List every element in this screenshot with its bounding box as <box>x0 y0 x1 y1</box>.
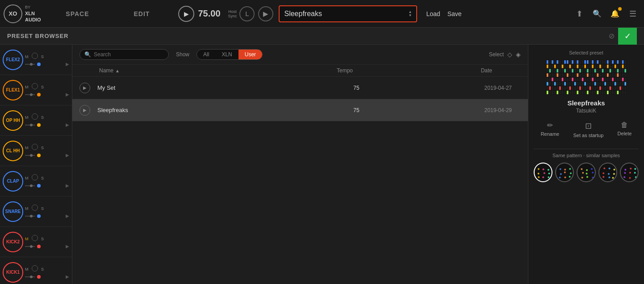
filter-all-tab[interactable]: All <box>197 50 215 59</box>
mute-solo-row: M S <box>25 144 69 152</box>
solo-btn[interactable]: S <box>41 206 46 211</box>
search-box[interactable]: 🔍 <box>79 49 169 60</box>
mute-btn[interactable]: M <box>25 237 30 241</box>
channel-pad[interactable]: OP HH <box>3 110 23 131</box>
svg-point-51 <box>612 177 614 179</box>
delete-button[interactable]: 🗑 Delete <box>618 121 632 138</box>
load-button[interactable]: Load <box>423 8 443 19</box>
export-icon[interactable]: ⬆ <box>572 6 587 21</box>
solo-btn[interactable]: S <box>41 146 46 150</box>
channel-item[interactable]: CL HH M S ▶ <box>0 136 72 166</box>
set-startup-button[interactable]: ⊡ Set as startup <box>573 121 603 138</box>
channel-pad[interactable]: SNARE <box>3 201 23 222</box>
mute-btn[interactable]: M <box>25 206 30 211</box>
confirm-button[interactable]: ✓ <box>618 28 637 45</box>
filter-xln-tab[interactable]: XLN <box>215 50 238 59</box>
space-nav-btn[interactable]: SPACE <box>46 0 109 28</box>
select-diamond-icon[interactable]: ◇ <box>507 51 512 58</box>
solo-btn[interactable]: S <box>41 237 46 241</box>
expand-btn[interactable]: ▶ <box>66 122 69 127</box>
channel-item[interactable]: KICK1 M S ▶ <box>0 257 72 284</box>
channel-pad[interactable]: FLEX2 <box>3 50 23 70</box>
edit-nav-btn[interactable]: EDIT <box>110 0 173 28</box>
solo-btn[interactable]: S <box>41 267 46 271</box>
similar-item[interactable] <box>598 163 617 182</box>
expand-btn[interactable]: ▶ <box>66 62 69 67</box>
svg-point-25 <box>560 168 561 170</box>
svg-point-34 <box>581 168 582 170</box>
channel-pad[interactable]: CLAP <box>3 171 23 192</box>
mute-btn[interactable]: M <box>25 267 30 271</box>
ban-icon[interactable]: ⊘ <box>609 32 615 40</box>
channel-color-dot <box>37 245 41 248</box>
similar-item[interactable] <box>577 163 595 182</box>
svg-point-57 <box>629 177 631 179</box>
similar-item[interactable] <box>555 163 574 182</box>
preset-name-box[interactable]: Sleepfreaks ▲ ▼ <box>279 5 417 22</box>
solo-btn[interactable]: S <box>41 85 46 89</box>
host-sync-btn[interactable]: Host Sync <box>228 9 237 18</box>
svg-point-5 <box>30 124 33 126</box>
channel-item[interactable]: KICK2 M S ▶ <box>0 227 72 257</box>
channel-item[interactable]: FLEX1 M S ▶ <box>0 75 72 105</box>
solo-btn[interactable]: S <box>41 176 46 180</box>
channel-pad[interactable]: KICK2 <box>3 232 23 252</box>
knob-row: ▶ <box>25 92 69 97</box>
svg-point-29 <box>564 171 566 173</box>
mute-btn[interactable]: M <box>25 176 30 180</box>
channel-pad[interactable]: KICK1 <box>3 262 23 283</box>
mute-solo-row: M S <box>25 265 69 273</box>
mute-btn[interactable]: M <box>25 146 30 150</box>
expand-btn[interactable]: ▶ <box>66 92 69 97</box>
mute-btn[interactable]: M <box>25 85 30 89</box>
select-fill-icon[interactable]: ◈ <box>516 51 521 58</box>
notification-dot <box>618 7 622 11</box>
table-header: Name ▲ Tempo Date <box>72 65 528 77</box>
expand-btn[interactable]: ▶ <box>66 244 69 249</box>
search-icon[interactable]: 🔍 <box>590 6 605 21</box>
expand-btn[interactable]: ▶ <box>66 213 69 218</box>
table-row[interactable]: ▶ My Set 75 2019-04-27 <box>72 77 528 99</box>
expand-btn[interactable]: ▶ <box>66 153 69 158</box>
table-row[interactable]: ▶ Sleepfreaks 75 2019-04-29 <box>72 99 528 121</box>
loop-btn[interactable]: ▶ <box>258 6 273 21</box>
channel-pad[interactable]: FLEX1 <box>3 80 23 100</box>
svg-point-42 <box>592 177 594 179</box>
row-play-btn[interactable]: ▶ <box>79 83 90 93</box>
svg-point-52 <box>624 169 626 171</box>
search-input[interactable] <box>94 51 156 58</box>
channel-item[interactable]: OP HH M S ▶ <box>0 105 72 136</box>
similar-item[interactable] <box>534 163 552 182</box>
mute-solo-row: M S <box>25 113 69 121</box>
similar-item[interactable] <box>620 163 639 182</box>
solo-btn[interactable]: S <box>41 115 46 120</box>
channel-controls: M S ▶ <box>25 53 69 67</box>
play-button[interactable]: ▶ <box>178 6 194 22</box>
row-play-btn[interactable]: ▶ <box>79 105 90 116</box>
mute-solo-row: M S <box>25 235 69 243</box>
channel-controls: M S ▶ <box>25 113 69 127</box>
channel-controls: M S ▶ <box>25 144 69 158</box>
channel-item[interactable]: CLAP M S ▶ <box>0 166 72 196</box>
svg-point-20 <box>544 172 545 174</box>
channel-item[interactable]: SNARE M S ▶ <box>0 196 72 227</box>
svg-point-46 <box>608 167 610 169</box>
browser-bar-right: ⊘ ✓ <box>609 28 637 45</box>
channel-item[interactable]: FLEX2 M S ▶ <box>0 45 72 75</box>
solo-btn[interactable]: S <box>41 54 46 59</box>
channel-pad[interactable]: CL HH <box>3 141 23 161</box>
mute-btn[interactable]: M <box>25 115 30 120</box>
filter-user-tab[interactable]: User <box>238 50 262 59</box>
channel-controls: M S ▶ <box>25 205 69 218</box>
rename-button[interactable]: ✏ Rename <box>541 121 560 138</box>
right-panel: Selected preset Sleepfreaks TatsukiK ✏ R… <box>528 45 644 284</box>
save-button[interactable]: Save <box>445 8 464 19</box>
mute-btn[interactable]: M <box>25 54 30 59</box>
latch-btn[interactable]: L <box>239 6 255 21</box>
volume-slider-icon <box>25 245 36 248</box>
expand-btn[interactable]: ▶ <box>66 183 69 188</box>
notification-icon[interactable]: 🔔 <box>607 6 623 21</box>
expand-btn[interactable]: ▶ <box>66 274 69 279</box>
menu-icon[interactable]: ☰ <box>625 6 640 21</box>
pattern-preview <box>546 60 627 95</box>
